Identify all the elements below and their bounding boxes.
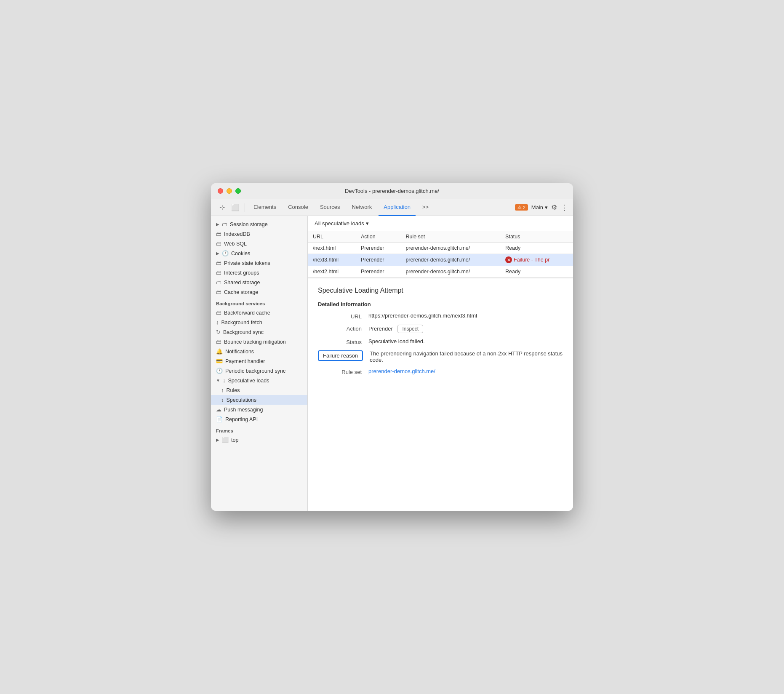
sidebar-item-notifications[interactable]: 🔔 Notifications (211, 347, 307, 356)
minimize-button[interactable] (227, 188, 232, 194)
detail-row-status: Status Speculative load failed. (318, 338, 563, 345)
close-button[interactable] (218, 188, 223, 194)
failure-status-text: Failure - The pr (514, 257, 549, 263)
sidebar-label: Notifications (225, 349, 254, 355)
settings-icon[interactable]: ⚙ (551, 203, 557, 211)
main-layout: ▶ 🗃 Session storage 🗃 IndexedDB 🗃 Web SQ… (211, 216, 573, 511)
sidebar-label: Cookies (231, 251, 250, 256)
database-icon: 🗃 (216, 260, 221, 266)
detailed-info-header: Detailed information (318, 301, 563, 307)
col-action: Action (356, 231, 401, 243)
database-icon: 🗃 (216, 279, 221, 286)
sidebar-item-speculative-loads[interactable]: ▼ ↕ Speculative loads (211, 376, 307, 385)
sidebar-label: Bounce tracking mitigation (224, 339, 286, 345)
clock-icon: 🕐 (216, 368, 223, 374)
sidebar-item-bounce-tracking[interactable]: 🗃 Bounce tracking mitigation (211, 337, 307, 347)
tab-network[interactable]: Network (347, 199, 377, 216)
sidebar-label: Payment handler (225, 358, 265, 364)
sync-icon: ↻ (216, 329, 221, 335)
sidebar-item-back-forward-cache[interactable]: 🗃 Back/forward cache (211, 308, 307, 318)
sidebar-item-cookies[interactable]: ▶ 🕐 Cookies (211, 248, 307, 258)
tab-application[interactable]: Application (379, 199, 416, 216)
sidebar-label: Background sync (223, 329, 264, 335)
sidebar-item-periodic-bg-sync[interactable]: 🕐 Periodic background sync (211, 366, 307, 376)
database-icon: 🗃 (216, 339, 221, 345)
tab-elements[interactable]: Elements (248, 199, 281, 216)
sidebar-item-background-fetch[interactable]: ↕ Background fetch (211, 318, 307, 327)
window-title: DevTools - prerender-demos.glitch.me/ (345, 188, 439, 194)
sidebar-item-shared-storage[interactable]: 🗃 Shared storage (211, 278, 307, 287)
sidebar-item-top[interactable]: ▶ ⬜ top (211, 435, 307, 445)
toolbar: ⊹ ⬜ Elements Console Sources Network App… (211, 199, 573, 216)
sidebar-item-interest-groups[interactable]: 🗃 Interest groups (211, 268, 307, 278)
main-dropdown-arrow: ▾ (545, 204, 548, 211)
cell-rule-set: prerender-demos.glitch.me/ (400, 254, 500, 266)
sidebar-item-speculations[interactable]: ↕ Speculations (211, 395, 307, 405)
filter-label: All speculative loads (315, 220, 364, 227)
tab-more[interactable]: >> (417, 199, 434, 216)
frame-icon: ⬜ (222, 437, 229, 443)
inspect-button[interactable]: Inspect (397, 325, 423, 333)
cell-rule-set: prerender-demos.glitch.me/ (400, 243, 500, 254)
sidebar-item-cache-storage[interactable]: 🗃 Cache storage (211, 287, 307, 297)
traffic-lights (218, 188, 241, 194)
database-icon: 🗃 (216, 270, 221, 276)
arrow-icon: ▶ (216, 438, 219, 442)
cell-action: Prerender (356, 254, 401, 266)
sidebar-item-payment-handler[interactable]: 💳 Payment handler (211, 356, 307, 366)
database-icon: 🗃 (216, 310, 221, 316)
tab-sources[interactable]: Sources (315, 199, 345, 216)
more-menu-icon[interactable]: ⋮ (560, 203, 568, 212)
background-services-header: Background services (211, 297, 307, 308)
tab-console[interactable]: Console (283, 199, 313, 216)
arrow-down-icon: ▼ (216, 378, 220, 383)
select-tool-icon[interactable]: ⊹ (216, 202, 228, 214)
cell-url: /next2.html (308, 266, 356, 278)
sidebar-item-push-messaging[interactable]: ☁ Push messaging (211, 405, 307, 414)
main-dropdown[interactable]: Main ▾ (531, 204, 548, 211)
cell-action: Prerender (356, 243, 401, 254)
table-row[interactable]: /next.html Prerender prerender-demos.gli… (308, 243, 573, 254)
sidebar-item-indexeddb[interactable]: 🗃 IndexedDB (211, 229, 307, 239)
warning-icon: ⚠ (517, 205, 522, 210)
detail-row-rule-set: Rule set prerender-demos.glitch.me/ (318, 368, 563, 375)
database-icon: 🗃 (216, 289, 221, 295)
table-row-selected[interactable]: /next3.html Prerender prerender-demos.gl… (308, 254, 573, 266)
maximize-button[interactable] (235, 188, 241, 194)
rule-set-link[interactable]: prerender-demos.glitch.me/ (368, 368, 435, 374)
card-icon: 💳 (216, 358, 223, 364)
sidebar-label: Back/forward cache (224, 310, 270, 316)
sidebar-item-web-sql[interactable]: 🗃 Web SQL (211, 239, 307, 248)
sidebar-label: Cache storage (224, 289, 258, 295)
sidebar-item-background-sync[interactable]: ↻ Background sync (211, 327, 307, 337)
device-toolbar-icon[interactable]: ⬜ (229, 202, 241, 214)
sidebar-label: Push messaging (224, 407, 263, 413)
error-circle-icon: ✕ (505, 256, 512, 263)
sidebar-label: Interest groups (224, 270, 259, 276)
failure-reason-label: Failure reason (318, 350, 363, 361)
detail-value-failure-reason: The prerendering navigation failed becau… (370, 350, 563, 363)
detail-title: Speculative Loading Attempt (318, 287, 563, 294)
col-rule-set: Rule set (400, 231, 500, 243)
main-label: Main (531, 204, 543, 211)
filter-dropdown[interactable]: All speculative loads ▾ (315, 220, 369, 227)
table-row[interactable]: /next2.html Prerender prerender-demos.gl… (308, 266, 573, 278)
sidebar-label: Reporting API (225, 416, 258, 422)
cell-url: /next3.html (308, 254, 356, 266)
table-header-row: URL Action Rule set Status (308, 231, 573, 243)
sidebar-item-private-state-tokens[interactable]: 🗃 Private state tokens (211, 258, 307, 268)
database-icon: 🗃 (216, 231, 221, 237)
sidebar-item-rules[interactable]: ↑ Rules (211, 385, 307, 395)
cell-action: Prerender (356, 266, 401, 278)
warning-badge[interactable]: ⚠ 2 (515, 204, 528, 211)
sidebar-label: Session storage (230, 222, 268, 227)
toolbar-separator (245, 203, 245, 212)
detail-label-action: Action (318, 325, 368, 332)
sidebar-item-reporting-api[interactable]: 📄 Reporting API (211, 414, 307, 424)
sidebar-item-session-storage[interactable]: ▶ 🗃 Session storage (211, 219, 307, 229)
cell-url: /next.html (308, 243, 356, 254)
sidebar-label: Shared storage (224, 280, 260, 286)
speculative-table: URL Action Rule set Status /next.html Pr… (308, 231, 573, 278)
sidebar-label: Periodic background sync (225, 368, 285, 374)
sidebar: ▶ 🗃 Session storage 🗃 IndexedDB 🗃 Web SQ… (211, 216, 308, 511)
